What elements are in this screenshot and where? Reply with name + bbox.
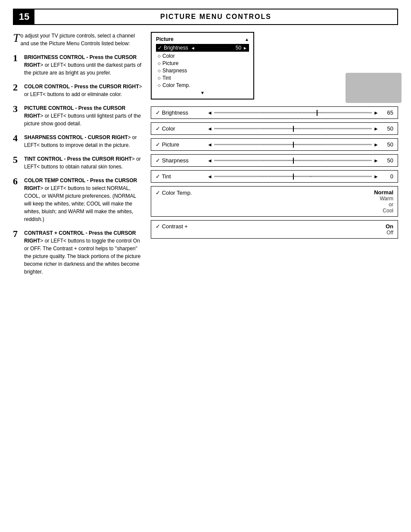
- menu-item-sharpness[interactable]: ◇ Sharpness: [156, 67, 249, 74]
- contrast-plus-on[interactable]: On: [386, 223, 393, 230]
- contrast-plus-control: ✓ Contrast + On Off: [151, 220, 398, 239]
- color-temp-label: ✓ Color Temp.: [156, 189, 207, 196]
- tint-track-area: ◄ · · · · · · · · · · · · · ─ · · · ► 0: [207, 173, 393, 180]
- menu-item-color[interactable]: ◇ Color: [156, 53, 249, 59]
- instruction-text-5: TINT CONTROL - Press the CURSOR RIGHT> o…: [24, 155, 142, 171]
- menu-check-icon: ✓: [158, 45, 162, 51]
- instruction-4: 4 SHARPNESS CONTROL - CURSOR RIGHT> or L…: [13, 134, 142, 149]
- diamond-icon-tint: ◇: [158, 76, 161, 80]
- menu-item-brightness-highlighted[interactable]: ✓ Brightness ◄ ················ 50 ►: [156, 44, 249, 52]
- picture-track[interactable]: · · · · · · · · · · · · · · · · ·: [214, 144, 372, 145]
- menu-item-tint[interactable]: ◇ Tint: [156, 75, 249, 81]
- tint-track[interactable]: · · · · · · · · · · · · · ─ · · ·: [214, 176, 372, 177]
- controls-column: Picture ▲ ✓ Brightness ◄ ···············…: [151, 32, 398, 282]
- brightness-track[interactable]: · · · · · · · · · · · · · · · · ·: [214, 112, 372, 113]
- instruction-number-6: 6: [13, 177, 21, 223]
- picture-right-arrow[interactable]: ►: [374, 142, 379, 148]
- color-left-arrow[interactable]: ◄: [207, 126, 212, 132]
- contrast-plus-values: On Off: [207, 223, 393, 236]
- color-track[interactable]: · · · · · · · · · · · · · · · · ·: [214, 128, 372, 129]
- color-thumb[interactable]: [293, 126, 294, 132]
- diamond-icon-picture: ◇: [158, 61, 161, 65]
- color-temp-values: Normal Warm or Cool: [207, 189, 393, 214]
- menu-left-arrow-icon: ◄: [191, 46, 195, 50]
- instruction-1: 1 BRIGHTNESS CONTROL - Press the CURSOR …: [13, 53, 142, 77]
- color-value: 50: [380, 125, 393, 132]
- brightness-thumb[interactable]: [317, 110, 318, 116]
- menu-item-colortemp[interactable]: ◇ Color Temp.: [156, 82, 249, 89]
- sharpness-control: ✓ Sharpness ◄ · · · · · · · · · · · · · …: [151, 154, 398, 167]
- picture-thumb[interactable]: [293, 142, 294, 148]
- menu-slider-value: 50: [236, 45, 241, 51]
- menu-picture-label: Picture: [162, 60, 178, 66]
- contrast-plus-off[interactable]: Off: [386, 230, 393, 236]
- sharpness-track[interactable]: · · · · · · · · · · · · · · · · ·: [214, 160, 372, 161]
- color-track-area: ◄ · · · · · · · · · · · · · · · · · ► 50: [207, 125, 393, 132]
- instruction-number-3: 3: [13, 104, 21, 128]
- instructions-column: To adjust your TV picture controls, sele…: [13, 32, 142, 282]
- page-header: 15 Picture Menu Controls: [13, 9, 398, 25]
- instruction-text-4: SHARPNESS CONTROL - CURSOR RIGHT> or LEF…: [24, 134, 142, 149]
- intro-paragraph: To adjust your TV picture controls, sele…: [13, 32, 142, 47]
- instruction-number-5: 5: [13, 155, 21, 171]
- intro-text: o adjust your TV picture controls, selec…: [21, 33, 135, 47]
- brightness-track-area: ◄ · · · · · · · · · · · · · · · · · ► 65: [207, 109, 393, 116]
- sharpness-right-arrow[interactable]: ►: [374, 158, 379, 164]
- sharpness-track-area: ◄ · · · · · · · · · · · · · · · · · ► 50: [207, 157, 393, 164]
- page-title: Picture Menu Controls: [34, 10, 397, 23]
- menu-shadow: [346, 73, 402, 103]
- tint-value: 0: [380, 173, 393, 180]
- picture-control: ✓ Picture ◄ · · · · · · · · · · · · · · …: [151, 138, 398, 151]
- menu-screenshot: Picture ▲ ✓ Brightness ◄ ···············…: [151, 32, 254, 100]
- brightness-right-arrow[interactable]: ►: [374, 110, 379, 116]
- sharpness-check-icon: ✓: [156, 157, 162, 164]
- main-content: To adjust your TV picture controls, sele…: [13, 32, 398, 282]
- menu-down-arrow: ▼: [156, 90, 249, 95]
- color-right-arrow[interactable]: ►: [374, 126, 379, 132]
- picture-left-arrow[interactable]: ◄: [207, 142, 212, 148]
- diamond-icon-colortemp: ◇: [158, 83, 161, 87]
- instruction-6: 6 COLOR TEMP CONTROL - Press the CURSOR …: [13, 177, 142, 223]
- menu-title: Picture: [156, 36, 174, 42]
- sharpness-thumb[interactable]: [293, 158, 294, 164]
- menu-colortemp-label: Color Temp.: [162, 82, 190, 88]
- instruction-text-2: COLOR CONTROL - Press the CURSOR RIGHT> …: [24, 83, 142, 98]
- instruction-3: 3 PICTURE CONTROL - Press the CURSOR RIG…: [13, 104, 142, 128]
- menu-header: Picture ▲: [156, 36, 249, 42]
- brightness-check-icon: ✓: [156, 109, 162, 116]
- contrast-plus-label: ✓ Contrast +: [156, 223, 207, 230]
- brightness-label: ✓ Brightness: [156, 109, 207, 116]
- instruction-5: 5 TINT CONTROL - Press the CURSOR RIGHT>…: [13, 155, 142, 171]
- tint-thumb[interactable]: [293, 174, 294, 180]
- diamond-icon-sharpness: ◇: [158, 68, 161, 73]
- tint-right-arrow[interactable]: ►: [374, 174, 379, 180]
- instruction-text-1: BRIGHTNESS CONTROL - Press the CURSOR RI…: [24, 53, 142, 77]
- color-temp-cool[interactable]: Cool: [383, 208, 393, 214]
- menu-tint-label: Tint: [162, 75, 171, 81]
- contrast-plus-check-icon: ✓: [156, 223, 162, 230]
- color-temp-warm[interactable]: Warm: [380, 196, 393, 202]
- tint-label: ✓ Tint: [156, 173, 207, 180]
- color-temp-or: or: [389, 202, 393, 208]
- tint-left-arrow[interactable]: ◄: [207, 174, 212, 180]
- instruction-number-1: 1: [13, 53, 21, 77]
- color-check-icon: ✓: [156, 125, 162, 132]
- picture-label: ✓ Picture: [156, 141, 207, 148]
- menu-item-picture[interactable]: ◇ Picture: [156, 60, 249, 67]
- menu-brightness-label: Brightness: [164, 45, 188, 51]
- picture-value: 50: [380, 141, 393, 148]
- instruction-7: 7 CONTRAST + CONTROL - Press the CURSOR …: [13, 229, 142, 276]
- color-temp-check-icon: ✓: [156, 190, 162, 196]
- color-temp-selected[interactable]: Normal: [374, 189, 393, 196]
- instruction-number-7: 7: [13, 229, 21, 276]
- brightness-left-arrow[interactable]: ◄: [207, 110, 212, 116]
- tint-check-icon: ✓: [156, 173, 162, 180]
- sharpness-left-arrow[interactable]: ◄: [207, 158, 212, 164]
- instruction-number-2: 2: [13, 83, 21, 98]
- instruction-number-4: 4: [13, 134, 21, 149]
- instruction-text-3: PICTURE CONTROL - Press the CURSOR RIGHT…: [24, 104, 142, 128]
- instruction-text-7: CONTRAST + CONTROL - Press the CURSOR RI…: [24, 229, 142, 276]
- sharpness-value: 50: [380, 157, 393, 164]
- menu-right-arrow-icon: ►: [243, 46, 247, 50]
- instruction-2: 2 COLOR CONTROL - Press the CURSOR RIGHT…: [13, 83, 142, 98]
